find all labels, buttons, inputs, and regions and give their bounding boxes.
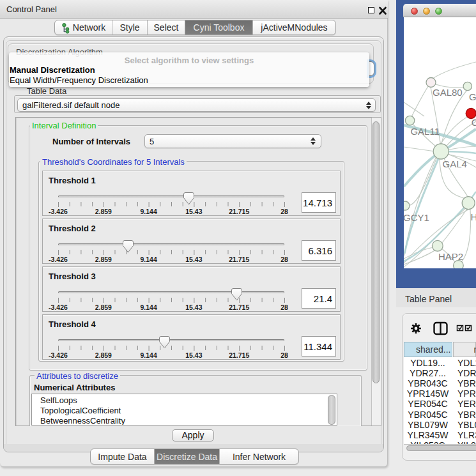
svg-text:GCY1: GCY1 [404, 212, 429, 223]
svg-text:G.: G. [469, 91, 476, 102]
svg-text:GAL80: GAL80 [433, 87, 463, 98]
svg-text:HAP2: HAP2 [438, 251, 463, 262]
svg-text:H: H [471, 211, 476, 222]
svg-text:GAL4: GAL4 [443, 158, 467, 169]
svg-text:GAL11: GAL11 [410, 126, 440, 137]
svg-text:C: C [472, 117, 476, 128]
